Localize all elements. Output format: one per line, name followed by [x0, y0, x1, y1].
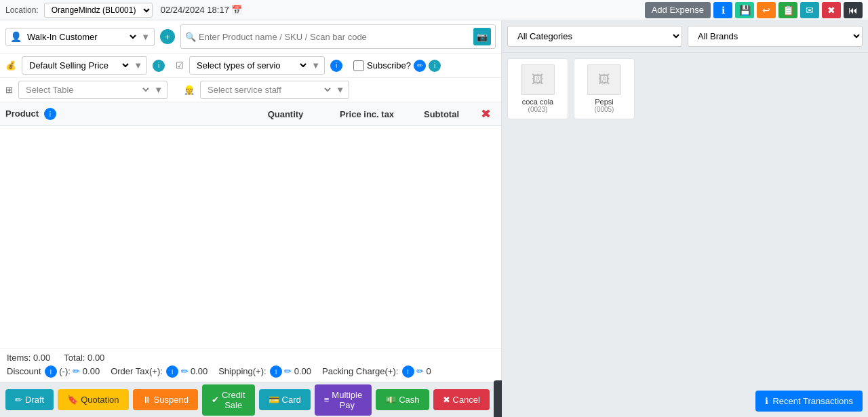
suspend-button[interactable]: ⏸ Suspend: [133, 389, 198, 410]
cancel-icon: ✖: [443, 395, 450, 405]
subscribe-edit-button[interactable]: ✏: [414, 60, 426, 72]
draft-button[interactable]: ✏ Draft: [5, 389, 54, 410]
customer-row: 👤 Walk-In Customer ▼ + 🔍 📷: [0, 20, 501, 54]
chevron-table-icon: ▼: [154, 85, 163, 95]
product-search-wrap: 🔍 📷: [180, 24, 496, 49]
card-icon: 💳: [269, 395, 279, 405]
add-customer-button[interactable]: +: [160, 29, 175, 44]
credit-icon: ✔: [212, 395, 219, 405]
left-panel: 👤 Walk-In Customer ▼ + 🔍 📷 💰 Default Sel…: [0, 20, 502, 417]
service-type-select[interactable]: Select types of servio: [194, 60, 309, 71]
cancel-button[interactable]: ✖ Cancel: [433, 389, 490, 410]
chevron-staff-icon: ▼: [336, 85, 344, 95]
quotation-button[interactable]: 🔖 Quotation: [58, 389, 128, 410]
category-filter[interactable]: All Categories: [507, 26, 682, 47]
location-select[interactable]: OrangeMindz (BL0001): [44, 3, 153, 18]
right-bottom: ℹ Recent Transactions: [502, 385, 868, 417]
tax-edit-icon[interactable]: ✏: [181, 366, 189, 376]
footer-summary-row: Items: 0.00 Total: 0.00: [7, 353, 494, 363]
table-select[interactable]: Select Table: [23, 84, 151, 96]
product-name-0: coca cola: [522, 98, 553, 106]
staff-select-wrap: Select service staff ▼: [200, 81, 349, 99]
order-total: Total: 0.00: [64, 353, 104, 363]
recent-transactions-button[interactable]: ℹ Recent Transactions: [755, 391, 863, 412]
product-image-0: 🖼: [521, 64, 555, 95]
packing-info-button[interactable]: i: [402, 365, 414, 378]
info-button[interactable]: ℹ: [713, 2, 732, 18]
staff-select[interactable]: Select service staff: [205, 84, 333, 96]
product-card-1[interactable]: 🖼 Pepsi (0005): [574, 58, 635, 119]
multiple-pay-button[interactable]: ≡ Multiple Pay: [315, 384, 372, 416]
shipping-info-button[interactable]: i: [270, 365, 282, 378]
col-product-header: Product i: [5, 108, 245, 120]
brand-filter[interactable]: All Brands: [688, 26, 863, 47]
card-button[interactable]: 💳 Card: [259, 389, 311, 410]
cash-button[interactable]: 💵 Cash: [376, 389, 429, 410]
order-items-area: [0, 126, 501, 348]
table-icon: ⊞: [5, 85, 13, 95]
subscribe-checkbox[interactable]: [353, 60, 364, 71]
packing-info: Packing Charge(+): i ✏ 0: [322, 365, 431, 378]
price-select-wrap: Default Selling Price ▼: [22, 56, 147, 75]
product-name-1: Pepsi: [595, 98, 614, 106]
customer-select-wrap: 👤 Walk-In Customer ▼: [5, 28, 155, 46]
service-info-button[interactable]: i: [330, 60, 342, 72]
product-code-0: (0023): [528, 106, 548, 113]
multiple-pay-icon: ≡: [324, 395, 330, 405]
clear-all-button[interactable]: ✖: [481, 106, 491, 121]
chevron-service-icon: ▼: [311, 60, 320, 71]
product-info-button[interactable]: i: [44, 108, 56, 120]
product-img-placeholder-1: 🖼: [598, 73, 610, 87]
chevron-price-icon: ▼: [134, 60, 142, 71]
search-icon: 🔍: [185, 32, 196, 42]
discount-info-button[interactable]: i: [45, 365, 57, 378]
suspend-icon: ⏸: [142, 395, 151, 405]
clipboard-button[interactable]: 📋: [778, 2, 797, 18]
col-qty-header: Quantity: [245, 109, 326, 119]
product-image-1: 🖼: [587, 64, 621, 95]
table-select-wrap: Select Table ▼: [18, 81, 167, 99]
main-layout: 👤 Walk-In Customer ▼ + 🔍 📷 💰 Default Sel…: [0, 20, 868, 417]
product-img-placeholder-0: 🖼: [532, 73, 544, 87]
info-recent-icon: ℹ: [765, 396, 768, 406]
discount-info: Discount i (-): ✏ 0.00: [7, 365, 100, 378]
chevron-customer-icon: ▼: [141, 32, 150, 42]
customer-icon: 👤: [10, 31, 22, 42]
draft-icon: ✏: [15, 395, 22, 405]
price-icon: 💰: [5, 60, 16, 71]
order-table-header: Product i Quantity Price inc. tax Subtot…: [0, 102, 501, 126]
shipping-info: Shipping(+): i ✏ 0.00: [218, 365, 311, 378]
discount-edit-icon[interactable]: ✏: [73, 366, 80, 376]
close-button[interactable]: ✖: [822, 2, 841, 18]
customer-select[interactable]: Walk-In Customer: [24, 31, 138, 43]
subscribe-info-button[interactable]: i: [429, 60, 441, 72]
tax-info-button[interactable]: i: [166, 365, 178, 378]
order-footer: Items: 0.00 Total: 0.00 Discount i (-): …: [0, 348, 501, 382]
packing-edit-icon[interactable]: ✏: [416, 366, 424, 376]
right-panel: All Categories All Brands 🖼 coca cola (0…: [502, 20, 868, 417]
credit-sale-button[interactable]: ✔ Credit Sale: [202, 384, 255, 416]
col-subtotal-header: Subtotal: [408, 109, 475, 119]
location-label: Location:: [5, 5, 39, 15]
back-button[interactable]: ⏮: [844, 2, 863, 18]
order-tax-info: Order Tax(+): i ✏ 0.00: [111, 365, 208, 378]
product-code-1: (0005): [595, 106, 614, 113]
col-delete-header: ✖: [475, 106, 496, 121]
staff-icon: 👷: [184, 85, 195, 95]
barcode-button[interactable]: 📷: [473, 28, 491, 45]
selling-price-row: 💰 Default Selling Price ▼ i ☑ Select typ…: [0, 54, 501, 78]
undo-button[interactable]: ↩: [757, 2, 776, 18]
products-grid: 🖼 coca cola (0023) 🖼 Pepsi (0005): [502, 53, 868, 385]
top-bar: Location: OrangeMindz (BL0001) 02/24/202…: [0, 0, 868, 20]
shipping-edit-icon[interactable]: ✏: [284, 366, 292, 376]
add-expense-button[interactable]: Add Expense: [645, 2, 711, 18]
mail-button[interactable]: ✉: [800, 2, 819, 18]
product-card-0[interactable]: 🖼 coca cola (0023): [507, 58, 568, 119]
price-select[interactable]: Default Selling Price: [26, 60, 131, 71]
save-button[interactable]: 💾: [735, 2, 754, 18]
subscribe-label: Subscribe?: [367, 60, 411, 71]
service-select-wrap: Select types of servio ▼: [189, 56, 325, 75]
price-info-button[interactable]: i: [153, 60, 165, 72]
cash-icon: 💵: [385, 395, 396, 405]
product-search-input[interactable]: [199, 32, 471, 42]
